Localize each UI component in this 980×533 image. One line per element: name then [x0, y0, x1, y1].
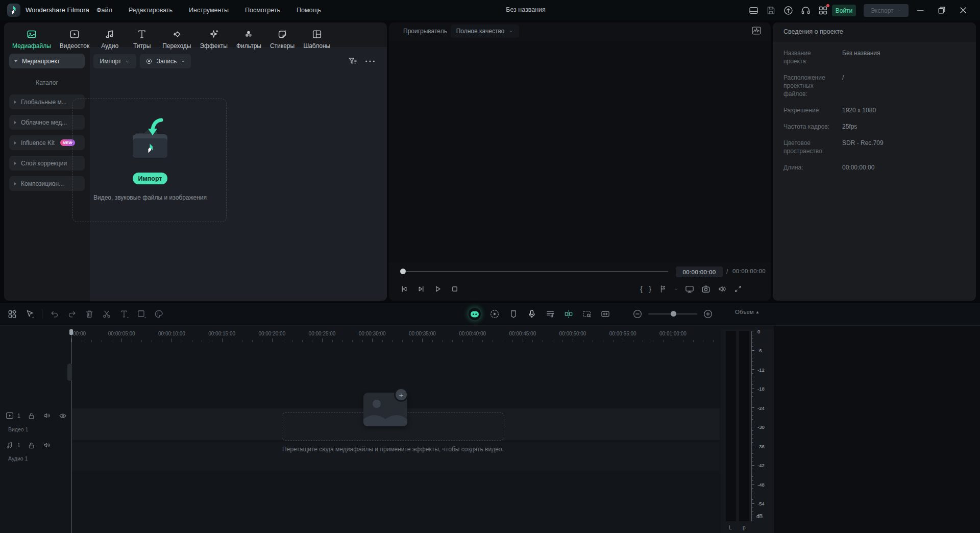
layout-panel-icon[interactable]	[748, 5, 759, 16]
ruler-tick	[462, 340, 463, 342]
mute-speaker-icon[interactable]	[42, 441, 52, 450]
playhead[interactable]	[71, 329, 71, 533]
audio-mixer-icon[interactable]	[545, 309, 555, 319]
volume-icon[interactable]	[717, 284, 727, 294]
delete-icon[interactable]	[84, 309, 94, 319]
voiceover-mic-icon[interactable]	[527, 309, 537, 319]
track-panel-resize-handle[interactable]	[67, 364, 72, 381]
sidebar-item-label: Глобальные м...	[21, 99, 67, 106]
menu-view[interactable]: Посмотреть	[239, 5, 286, 16]
meter-channel-left	[726, 331, 736, 521]
volume-meter-header[interactable]: Объем ▲	[721, 309, 774, 315]
chevron-down-icon[interactable]	[674, 287, 678, 292]
video-track-count: 1	[17, 413, 20, 419]
apps-grid-icon[interactable]	[818, 5, 828, 16]
tab-filters[interactable]: Фильтры	[236, 29, 261, 50]
current-time[interactable]: 00:00:00:00	[676, 266, 723, 277]
zoom-in-icon[interactable]	[702, 308, 714, 320]
snapshot-camera-icon[interactable]	[701, 284, 711, 294]
redo-icon[interactable]	[67, 309, 77, 319]
playhead-handle[interactable]	[69, 329, 73, 335]
split-scissors-icon[interactable]	[102, 309, 112, 319]
info-value: Без названия	[842, 49, 880, 65]
meter-tick	[752, 343, 753, 343]
track-manager-icon[interactable]	[7, 309, 17, 319]
seek-bar[interactable]	[406, 271, 668, 272]
marker-flag-icon[interactable]	[508, 309, 519, 319]
record-dropdown[interactable]: Запись	[140, 54, 191, 68]
close-icon[interactable]	[958, 5, 968, 15]
export-label: Экспорт	[870, 7, 893, 14]
menu-edit[interactable]: Редактировать	[123, 5, 178, 16]
sidebar-item-mediaproject[interactable]: Медиапроект	[9, 54, 85, 68]
add-media-plus-icon[interactable]: +	[394, 387, 408, 402]
tab-label: Переходы	[162, 42, 191, 50]
scopes-icon[interactable]	[751, 25, 762, 36]
minimize-icon[interactable]	[915, 5, 925, 15]
hide-track-eye-icon[interactable]	[58, 411, 67, 420]
login-button[interactable]: Войти	[832, 5, 856, 16]
smart-split-icon[interactable]	[564, 309, 574, 319]
transitions-icon	[171, 29, 182, 40]
play-icon[interactable]	[433, 284, 443, 294]
lock-open-icon[interactable]	[27, 441, 36, 450]
import-button[interactable]: Импорт	[133, 173, 167, 184]
previous-frame-icon[interactable]	[399, 284, 409, 294]
tab-stickers[interactable]: Стикеры	[270, 29, 295, 50]
ai-assistant-icon[interactable]	[469, 308, 481, 320]
text-tool-icon[interactable]	[119, 309, 129, 319]
display-device-icon[interactable]	[684, 284, 695, 294]
next-frame-icon[interactable]	[416, 284, 426, 294]
ruler-timestamp: 00:00:45:00	[509, 331, 536, 336]
menu-help[interactable]: Помощь	[291, 5, 327, 16]
ruler-tick	[102, 340, 102, 342]
select-tool-icon[interactable]	[24, 309, 35, 319]
undo-icon[interactable]	[50, 309, 60, 319]
tab-effects[interactable]: Эффекты	[200, 29, 228, 50]
fit-timeline-icon[interactable]	[600, 309, 610, 319]
filter-icon[interactable]	[348, 56, 358, 66]
render-preview-icon[interactable]	[489, 308, 500, 320]
transport-controls	[399, 284, 460, 294]
ruler-tick	[332, 340, 333, 342]
tab-video-stock[interactable]: Видеосток	[60, 29, 89, 50]
tab-titles[interactable]: Титры	[130, 29, 154, 50]
menu-file[interactable]: Файл	[91, 5, 118, 16]
zoom-out-icon[interactable]	[632, 308, 643, 320]
save-icon[interactable]	[766, 5, 776, 16]
cloud-update-icon[interactable]	[783, 5, 794, 16]
menu-tools[interactable]: Инструменты	[183, 5, 234, 16]
fullscreen-icon[interactable]	[733, 284, 743, 294]
ruler-tick	[693, 340, 694, 342]
app-window: Wondershare Filmora Файл Редактировать И…	[0, 0, 980, 533]
mute-speaker-icon[interactable]	[42, 411, 52, 420]
tab-transitions[interactable]: Переходы	[162, 29, 191, 50]
crop-tool-icon[interactable]	[136, 309, 146, 319]
seek-handle[interactable]	[400, 269, 406, 274]
import-dropdown[interactable]: Импорт	[93, 54, 136, 68]
tab-media-files[interactable]: Медиафайлы	[12, 29, 51, 50]
color-palette-icon[interactable]	[154, 309, 164, 319]
meter-tick	[752, 430, 753, 431]
preview-quality-icon[interactable]	[582, 309, 592, 319]
mark-in-icon[interactable]: {	[640, 284, 643, 294]
export-button[interactable]: Экспорт	[864, 4, 909, 17]
timeline-ruler[interactable]: 00:0000:00:05:0000:00:10:0000:00:15:0000…	[0, 329, 720, 342]
marker-icon[interactable]	[657, 284, 668, 294]
meter-tick	[752, 411, 753, 412]
restore-icon[interactable]	[937, 5, 947, 15]
ruler-tick	[91, 340, 92, 342]
stop-icon[interactable]	[450, 284, 460, 294]
tab-audio[interactable]: Аудио	[98, 29, 121, 50]
more-options-icon[interactable]	[364, 58, 376, 64]
caret-down-icon	[14, 60, 17, 62]
mark-out-icon[interactable]: }	[649, 284, 651, 294]
tab-templates[interactable]: Шаблоны	[303, 29, 330, 50]
quality-selector[interactable]: Полное качество	[451, 25, 519, 38]
lock-open-icon[interactable]	[27, 411, 36, 420]
ruler-timestamp: 00:00:40:00	[459, 331, 486, 336]
ruler-tick	[593, 340, 593, 342]
zoom-slider-knob[interactable]	[671, 311, 676, 317]
support-headset-icon[interactable]	[800, 5, 811, 16]
zoom-slider[interactable]	[648, 308, 697, 320]
